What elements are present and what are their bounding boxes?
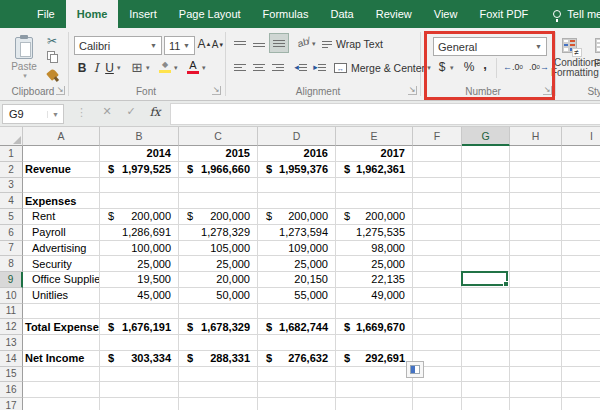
cell-A15[interactable] — [23, 367, 100, 383]
row-header-12[interactable]: 12 — [0, 319, 23, 335]
cell-F1[interactable] — [413, 146, 462, 162]
active-cell-selection[interactable] — [461, 271, 508, 286]
cell-B8[interactable]: 25,000 — [100, 256, 179, 272]
tell-me-box[interactable]: Tell me what you want to do — [553, 0, 600, 28]
cell-D2[interactable]: $1,959,376 — [258, 162, 336, 178]
cell-I11[interactable] — [562, 304, 600, 320]
column-header-H[interactable]: H — [510, 127, 562, 146]
cell-H11[interactable] — [510, 304, 562, 320]
cell-E9[interactable]: 22,135 — [336, 272, 413, 288]
cell-B2[interactable]: $1,979,525 — [100, 162, 179, 178]
cell-B7[interactable]: 100,000 — [100, 241, 179, 257]
cell-C14[interactable]: $288,331 — [179, 351, 258, 367]
cell-A3[interactable] — [23, 178, 100, 194]
cell-I10[interactable] — [562, 288, 600, 304]
cell-B4[interactable] — [100, 193, 179, 209]
cell-D16[interactable] — [258, 382, 336, 398]
cell-G15[interactable] — [462, 367, 510, 383]
underline-button[interactable]: U — [104, 60, 115, 76]
fill-color-button[interactable]: ◆ — [158, 58, 172, 76]
cell-C3[interactable] — [179, 178, 258, 194]
tab-review[interactable]: Review — [365, 0, 423, 28]
cell-E6[interactable]: 1,275,535 — [336, 225, 413, 241]
decrease-indent-button[interactable]: ◂ — [292, 60, 309, 74]
borders-button[interactable]: ⊞ — [130, 59, 144, 75]
row-header-14[interactable]: 14 — [0, 351, 23, 367]
underline-dropdown-icon[interactable]: ▾ — [117, 64, 121, 72]
cell-B13[interactable] — [100, 335, 179, 351]
align-top-button[interactable] — [232, 36, 248, 50]
cell-B1[interactable]: 2014 — [100, 146, 179, 162]
cell-A8[interactable]: Security — [23, 256, 100, 272]
cell-C1[interactable]: 2015 — [179, 146, 258, 162]
percent-style-button[interactable]: % — [462, 59, 476, 75]
cell-B10[interactable]: 45,000 — [100, 288, 179, 304]
cell-C8[interactable]: 25,000 — [179, 256, 258, 272]
cell-A7[interactable]: Advertising — [23, 241, 100, 257]
cell-I12[interactable] — [562, 319, 600, 335]
align-right-button[interactable] — [270, 60, 286, 74]
clipboard-dialog-launcher[interactable]: ↘ — [56, 86, 65, 95]
cell-D15[interactable] — [258, 367, 336, 383]
cell-C6[interactable]: 1,278,329 — [179, 225, 258, 241]
cell-I13[interactable] — [562, 335, 600, 351]
tab-page-layout[interactable]: Page Layout — [168, 0, 252, 28]
cell-B3[interactable] — [100, 178, 179, 194]
cell-D12[interactable]: $1,682,744 — [258, 319, 336, 335]
cell-A17[interactable] — [23, 398, 100, 410]
align-center-button[interactable] — [251, 60, 267, 74]
cell-E13[interactable] — [336, 335, 413, 351]
cell-F5[interactable] — [413, 209, 462, 225]
tab-formulas[interactable]: Formulas — [252, 0, 320, 28]
cell-B15[interactable] — [100, 367, 179, 383]
row-header-4[interactable]: 4 — [0, 193, 23, 209]
cell-A2[interactable]: Revenue — [23, 162, 100, 178]
cell-H6[interactable] — [510, 225, 562, 241]
row-header-6[interactable]: 6 — [0, 225, 23, 241]
paste-options-button[interactable] — [406, 361, 424, 378]
cell-C12[interactable]: $1,678,329 — [179, 319, 258, 335]
cell-H17[interactable] — [510, 398, 562, 410]
cell-H3[interactable] — [510, 178, 562, 194]
align-bottom-button[interactable] — [270, 34, 288, 52]
cell-E4[interactable] — [336, 193, 413, 209]
cell-F6[interactable] — [413, 225, 462, 241]
align-left-button[interactable] — [232, 60, 248, 74]
row-header-2[interactable]: 2 — [0, 162, 23, 178]
cell-E10[interactable]: 49,000 — [336, 288, 413, 304]
cell-D3[interactable] — [258, 178, 336, 194]
cell-H14[interactable] — [510, 351, 562, 367]
select-all-corner[interactable] — [0, 127, 23, 146]
cut-button[interactable]: ✂ — [44, 35, 60, 47]
cell-I5[interactable] — [562, 209, 600, 225]
cell-A16[interactable] — [23, 382, 100, 398]
cell-I4[interactable] — [562, 193, 600, 209]
row-header-8[interactable]: 8 — [0, 256, 23, 272]
cell-G11[interactable] — [462, 304, 510, 320]
cell-A6[interactable]: Payroll — [23, 225, 100, 241]
row-header-16[interactable]: 16 — [0, 382, 23, 398]
cell-H12[interactable] — [510, 319, 562, 335]
cell-E1[interactable]: 2017 — [336, 146, 413, 162]
cell-A14[interactable]: Net Income — [23, 351, 100, 367]
cell-D5[interactable]: $200,000 — [258, 209, 336, 225]
cell-E3[interactable] — [336, 178, 413, 194]
insert-function-button[interactable]: fx — [146, 105, 164, 119]
row-header-9[interactable]: 9 — [0, 272, 23, 288]
cell-E7[interactable]: 98,000 — [336, 241, 413, 257]
tab-foxit-pdf[interactable]: Foxit PDF — [468, 0, 539, 28]
cell-I14[interactable] — [562, 351, 600, 367]
cell-I16[interactable] — [562, 382, 600, 398]
format-as-table-button[interactable] — [592, 34, 600, 56]
number-dialog-launcher[interactable]: ↘ — [543, 86, 552, 95]
formula-bar-handle[interactable]: ⋮ — [76, 106, 87, 119]
cell-G1[interactable] — [462, 146, 510, 162]
cell-A1[interactable] — [23, 146, 100, 162]
font-color-dropdown-icon[interactable]: ▾ — [202, 64, 206, 72]
cell-G13[interactable] — [462, 335, 510, 351]
alignment-dialog-launcher[interactable]: ↘ — [408, 86, 417, 95]
cell-D6[interactable]: 1,273,594 — [258, 225, 336, 241]
column-header-G[interactable]: G — [462, 127, 510, 146]
cell-E16[interactable] — [336, 382, 413, 398]
cell-F11[interactable] — [413, 304, 462, 320]
